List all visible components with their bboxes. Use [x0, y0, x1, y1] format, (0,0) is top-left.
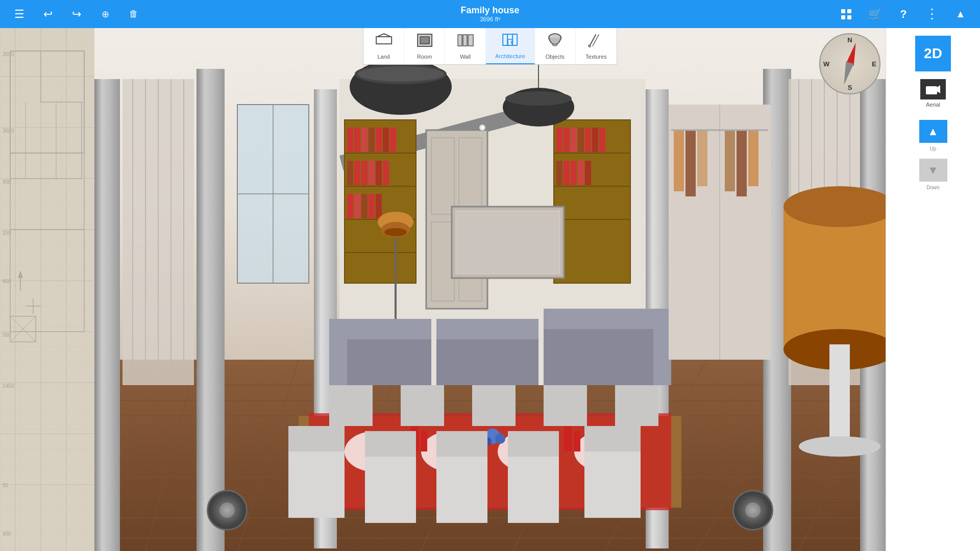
svg-rect-122: [376, 161, 382, 185]
svg-rect-199: [783, 207, 886, 349]
svg-rect-11: [503, 34, 517, 45]
btn-2d[interactable]: 2D: [915, 36, 951, 71]
svg-text:3500: 3500: [3, 52, 14, 57]
svg-point-203: [799, 436, 880, 457]
svg-rect-206: [674, 130, 684, 191]
svg-rect-1: [847, 9, 851, 13]
svg-point-173: [495, 434, 505, 444]
svg-marker-5: [377, 34, 390, 37]
svg-rect-138: [585, 128, 591, 152]
svg-rect-116: [383, 128, 389, 152]
grid-icon[interactable]: [837, 5, 855, 23]
svg-rect-112: [354, 128, 360, 152]
svg-rect-3: [847, 15, 851, 19]
svg-rect-210: [737, 130, 747, 196]
help-icon[interactable]: ?: [894, 5, 913, 23]
toolbar-item-land[interactable]: Land: [363, 28, 404, 64]
svg-rect-177: [365, 452, 416, 523]
svg-rect-120: [361, 161, 368, 185]
svg-rect-186: [401, 385, 444, 426]
svg-rect-169: [421, 431, 427, 452]
svg-rect-144: [578, 161, 584, 185]
svg-rect-156: [329, 319, 347, 385]
svg-rect-19: [0, 0, 94, 551]
toolbar-item-room[interactable]: Room: [404, 28, 445, 64]
toolbar-item-objects[interactable]: Objects: [535, 28, 576, 64]
svg-rect-175: [288, 446, 345, 518]
toolbar-item-wall[interactable]: Wall: [445, 28, 486, 64]
upload-icon[interactable]: ▲: [951, 5, 970, 23]
toolbar-item-architecture[interactable]: Architecture: [486, 28, 535, 64]
svg-rect-180: [436, 431, 487, 457]
svg-rect-176: [288, 426, 345, 452]
joystick-right[interactable]: [732, 490, 773, 531]
up-label: Up: [930, 146, 937, 152]
svg-rect-183: [584, 446, 641, 518]
svg-rect-145: [585, 161, 591, 185]
redo-icon[interactable]: ↪: [67, 5, 86, 23]
magnet-icon[interactable]: ⊕: [96, 5, 114, 23]
room-scene: [94, 28, 886, 551]
svg-rect-149: [457, 212, 559, 273]
aerial-label: Aerial: [926, 102, 940, 108]
svg-rect-157: [436, 334, 538, 385]
textures-icon: [587, 33, 605, 52]
undo-icon[interactable]: ↩: [39, 5, 57, 23]
svg-rect-2: [841, 15, 845, 19]
svg-rect-111: [347, 128, 353, 152]
svg-text:900: 900: [3, 179, 11, 185]
room-label: Room: [417, 54, 432, 60]
objects-icon: [546, 33, 564, 52]
header: ☰ ↩ ↪ ⊕ 🗑 Family house 3696 ft² 🛒 ? ⋮ ▲: [0, 0, 980, 28]
svg-rect-161: [653, 309, 671, 385]
svg-text:250: 250: [3, 230, 11, 236]
svg-rect-126: [361, 194, 368, 218]
svg-rect-181: [508, 452, 559, 523]
svg-rect-136: [571, 128, 577, 152]
joystick-left[interactable]: [207, 490, 248, 531]
svg-rect-118: [347, 161, 353, 185]
svg-point-14: [511, 42, 512, 43]
down-label: Down: [926, 185, 940, 190]
aerial-camera-icon: [920, 79, 946, 99]
svg-rect-8: [458, 35, 462, 46]
svg-rect-143: [571, 161, 577, 185]
textures-label: Textures: [585, 54, 607, 60]
svg-rect-0: [841, 9, 845, 13]
svg-rect-115: [376, 128, 382, 152]
compass-east: E: [872, 60, 876, 68]
toolbar-item-textures[interactable]: Textures: [576, 28, 617, 64]
header-left: ☰ ↩ ↪ ⊕ 🗑: [10, 5, 143, 23]
svg-point-193: [357, 66, 444, 82]
btn-aerial[interactable]: Aerial: [920, 79, 946, 108]
svg-rect-211: [748, 130, 758, 186]
svg-rect-125: [354, 194, 360, 218]
menu-icon[interactable]: ☰: [10, 5, 29, 23]
cart-icon[interactable]: 🛒: [866, 5, 884, 23]
btn-down[interactable]: ▼: [919, 159, 947, 182]
svg-point-17: [588, 44, 591, 47]
svg-rect-182: [508, 431, 559, 457]
compass-south: S: [848, 84, 852, 91]
svg-rect-139: [592, 128, 598, 152]
wall-label: Wall: [460, 54, 471, 60]
svg-rect-10: [468, 35, 473, 46]
compass-needle-white: [840, 62, 854, 86]
svg-rect-75: [197, 69, 225, 551]
svg-point-198: [481, 126, 484, 129]
architecture-icon: [501, 32, 519, 51]
svg-rect-209: [725, 130, 735, 191]
trash-icon[interactable]: 🗑: [125, 5, 143, 23]
btn-up[interactable]: ▲: [919, 120, 947, 143]
more-icon[interactable]: ⋮: [923, 5, 941, 23]
svg-rect-160: [544, 309, 661, 329]
svg-rect-207: [685, 130, 696, 196]
svg-text:900: 900: [3, 531, 11, 537]
main-view: [94, 28, 886, 551]
objects-label: Objects: [546, 54, 565, 60]
land-label: Land: [377, 54, 389, 60]
svg-rect-188: [544, 385, 587, 426]
svg-rect-9: [463, 35, 467, 46]
right-panel: 2D Aerial ▲ Up ▼ Down: [886, 28, 980, 551]
svg-rect-170: [564, 426, 572, 452]
